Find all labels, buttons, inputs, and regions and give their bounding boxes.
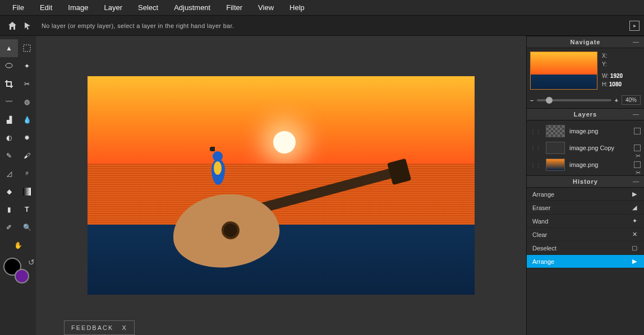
layer-thumbnail[interactable] [546, 142, 565, 154]
fill-tool[interactable]: ◆ [0, 183, 18, 201]
menu-file[interactable]: File [4, 0, 32, 15]
visibility-toggle[interactable] [634, 145, 641, 151]
history-panel-header[interactable]: History — [527, 175, 644, 188]
menu-bar: File Edit Image Layer Select Adjustment … [0, 0, 644, 16]
layer-row[interactable]: ⋮⋮ image.png Copy ✂ [530, 139, 641, 156]
history-item[interactable]: Deselect▢ [527, 241, 644, 255]
menu-layer[interactable]: Layer [96, 0, 131, 15]
visibility-toggle[interactable] [634, 161, 641, 168]
zoom-slider[interactable] [537, 99, 611, 101]
zoom-value[interactable]: 40% [622, 95, 641, 105]
menu-filter[interactable]: Filter [218, 0, 250, 15]
layer-name[interactable]: image.png [569, 128, 629, 134]
liquify-tool[interactable]: 〰 [0, 93, 18, 111]
collapse-panels-icon[interactable]: ▸ [629, 21, 640, 31]
history-item[interactable]: Wand✦ [527, 215, 644, 228]
menu-image[interactable]: Image [60, 0, 96, 15]
visibility-toggle[interactable] [634, 128, 641, 134]
layers-title: Layers [574, 111, 597, 118]
swap-colors-icon[interactable]: ↺ [28, 258, 35, 267]
blur-tool[interactable]: 💧 [18, 111, 36, 129]
zoom-tool[interactable]: 🔍 [18, 218, 36, 236]
canvas-area[interactable]: FEEDBACK X [36, 36, 526, 335]
minimize-icon[interactable]: — [633, 39, 640, 45]
wand-tool[interactable]: ✦ [18, 57, 36, 75]
layer-row[interactable]: ⋮⋮ image.png [530, 123, 641, 139]
marquee-tool[interactable] [18, 39, 36, 57]
canvas-image [88, 76, 475, 295]
text-tool[interactable]: T [18, 201, 36, 218]
heal-tool[interactable]: ◍ [18, 93, 36, 111]
pointer-icon [20, 18, 36, 34]
navigate-panel: X: Y: W: 1920 H: 1080 – + 40% [527, 48, 644, 108]
wand-icon: ✦ [631, 217, 638, 225]
deselect-icon: ▢ [631, 244, 638, 252]
navigate-panel-header[interactable]: Navigate — [527, 36, 644, 48]
options-bar: No layer (or empty layer), select a laye… [0, 16, 644, 36]
minimize-icon[interactable]: — [633, 111, 640, 118]
layer-name[interactable]: image.png [569, 161, 629, 168]
layers-panel-header[interactable]: Layers — [527, 108, 644, 120]
svg-rect-2 [23, 188, 31, 196]
feedback-button[interactable]: FEEDBACK X [64, 320, 135, 335]
feedback-label: FEEDBACK [71, 324, 113, 331]
history-item[interactable]: Arrange▶ [527, 188, 644, 201]
scissors-tool[interactable]: ✂ [18, 75, 36, 93]
left-toolbar: ▲ ✦ ✂ 〰 ◍ ▟ 💧 ◐ ✹ ✎ 🖌 ◿ 〃 ◆ ▮ T ✐ 🔍 ✋ [0, 36, 36, 335]
color-picker-tool[interactable]: ✐ [0, 218, 18, 236]
menu-view[interactable]: View [250, 0, 282, 15]
layer-name[interactable]: image.png Copy [569, 145, 629, 151]
history-item[interactable]: Clear✕ [527, 228, 644, 241]
color-swatches[interactable]: ↺ [0, 258, 36, 289]
menu-help[interactable]: Help [282, 0, 312, 15]
home-icon[interactable] [4, 18, 20, 34]
navigate-title: Navigate [571, 39, 601, 45]
history-title: History [573, 178, 598, 185]
crop-tool[interactable] [0, 75, 18, 93]
smudge-tool[interactable]: 〃 [18, 165, 36, 183]
menu-select[interactable]: Select [130, 0, 166, 15]
background-color[interactable] [15, 269, 29, 283]
navigator-thumbnail[interactable] [530, 52, 597, 90]
zoom-in-button[interactable]: + [615, 97, 618, 104]
svg-point-1 [6, 63, 12, 68]
eyedropper-tool[interactable]: ✎ [0, 147, 18, 165]
layer-row[interactable]: ⋮⋮ image.png ✂ [530, 156, 641, 173]
eraser-icon: ◢ [631, 204, 638, 211]
drag-handle-icon[interactable]: ⋮⋮ [530, 128, 541, 134]
history-item[interactable]: Eraser◢ [527, 201, 644, 215]
layer-thumbnail[interactable] [546, 159, 565, 171]
zoom-out-button[interactable]: – [530, 97, 533, 104]
arrange-icon: ▶ [631, 258, 638, 265]
right-panels: Navigate — X: Y: W: 1920 H: 1080 – + [526, 36, 644, 335]
menu-adjustment[interactable]: Adjustment [166, 0, 218, 15]
lasso-tool[interactable] [0, 57, 18, 75]
menu-edit[interactable]: Edit [32, 0, 60, 15]
arrange-icon: ▶ [631, 190, 638, 198]
history-item-active[interactable]: Arrange▶ [527, 255, 644, 268]
hand-tool[interactable]: ✋ [0, 236, 36, 254]
feedback-close[interactable]: X [122, 324, 127, 331]
dodge-tool[interactable]: ◐ [0, 129, 18, 147]
drag-handle-icon[interactable]: ⋮⋮ [530, 145, 541, 151]
move-tool[interactable]: ▲ [0, 39, 18, 57]
clear-icon: ✕ [631, 231, 638, 238]
gradient-tool[interactable] [18, 183, 36, 201]
stamp-tool[interactable]: ▟ [0, 111, 18, 129]
drag-handle-icon[interactable]: ⋮⋮ [530, 162, 541, 168]
brush-tool[interactable]: 🖌 [18, 147, 36, 165]
shape-tool[interactable]: ▮ [0, 201, 18, 218]
status-message: No layer (or empty layer), select a laye… [42, 22, 234, 29]
history-panel: Arrange▶ Eraser◢ Wand✦ Clear✕ Deselect▢ … [527, 188, 644, 268]
layer-thumbnail[interactable] [546, 125, 565, 137]
eraser-tool[interactable]: ◿ [0, 165, 18, 183]
minimize-icon[interactable]: — [633, 178, 640, 185]
layers-panel: ⋮⋮ image.png ⋮⋮ image.png Copy ✂ ⋮⋮ imag… [527, 120, 644, 175]
svg-rect-0 [24, 45, 30, 52]
burn-tool[interactable]: ✹ [18, 129, 36, 147]
navigator-info: X: Y: W: 1920 H: 1080 [602, 52, 623, 90]
